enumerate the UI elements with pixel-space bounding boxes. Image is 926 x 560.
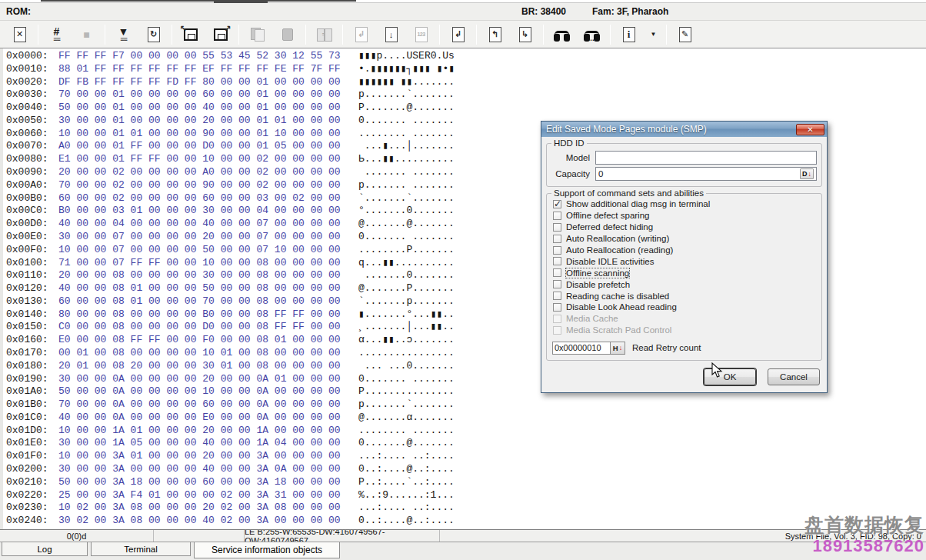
hex-row[interactable]: 0x00B0:60 00 00 02 00 00 00 00 60 00 00 … <box>6 192 478 205</box>
hex-row[interactable]: 0x0120:40 00 00 08 01 00 00 00 50 00 00 … <box>6 282 478 295</box>
checkbox-icon[interactable] <box>553 200 561 208</box>
checkbox-icon[interactable] <box>553 212 561 220</box>
tab-service-information-objects[interactable]: Service information objects <box>194 542 340 558</box>
checkbox-icon[interactable] <box>553 292 561 300</box>
hex-row[interactable]: 0x0080:E1 00 00 01 FF FF 00 00 10 00 00 … <box>6 153 478 166</box>
hex-row[interactable]: 0x0240:30 02 00 3A 08 00 00 00 40 02 00 … <box>6 515 478 528</box>
hex-row[interactable]: 0x0140:80 00 00 08 00 00 00 00 B0 00 00 … <box>6 308 478 322</box>
read-from-drive-icon[interactable]: ↖ <box>180 24 201 45</box>
tab-terminal[interactable]: Terminal <box>91 542 191 556</box>
checkbox-icon[interactable] <box>553 235 561 243</box>
smp-dialog-titlebar[interactable]: Edit Saved Mode Pages module (SMP) ✕ <box>541 122 827 137</box>
hex-ascii: ... ...0....... <box>358 360 455 373</box>
checkbox-icon[interactable] <box>553 246 561 255</box>
hex-ascii: α...▮▮..ɔ....... <box>358 334 455 347</box>
hex-row[interactable]: 0x01C0:40 00 00 0A 00 00 00 00 E0 00 00 … <box>6 412 478 425</box>
toolbar-separator <box>305 25 306 45</box>
checkbox-offline-defect-sparing[interactable]: Offline defect sparing <box>551 210 817 222</box>
hex-row[interactable]: 0x0170:00 01 00 08 00 00 00 00 10 01 00 … <box>6 347 478 360</box>
hex-row[interactable]: 0x0130:60 00 00 08 01 00 00 00 70 00 00 … <box>6 295 478 308</box>
hex-row[interactable]: 0x0190:30 00 00 0A 00 00 00 00 20 00 00 … <box>6 373 478 386</box>
hex-row[interactable]: 0x0090:20 00 00 02 00 00 00 00 A0 00 00 … <box>6 166 478 179</box>
hex-row[interactable]: 0x01D0:10 00 00 1A 01 00 00 00 20 00 00 … <box>6 425 478 438</box>
checkbox-reading-cache-is-disabled[interactable]: Reading cache is disabled <box>551 290 817 302</box>
hex-row[interactable]: 0x01B0:70 00 00 0A 00 00 00 00 60 00 00 … <box>6 398 478 412</box>
toolbar-separator <box>543 25 544 45</box>
hex-ascii: p....... ....... <box>358 179 455 192</box>
checkbox-disable-idle-activities[interactable]: Disable IDLE activities <box>551 255 817 267</box>
find-icon[interactable] <box>551 24 572 45</box>
prev-object-icon[interactable]: ↰ <box>485 24 505 45</box>
checkbox-offline-scanning[interactable]: Offline scanning <box>551 267 817 278</box>
hex-address: 0x0060: <box>6 128 58 141</box>
checkbox-auto-reallocation-reading[interactable]: Auto Reallocation (reading) <box>551 245 817 256</box>
hex-row[interactable]: 0x0180:20 01 00 08 20 00 00 00 30 01 00 … <box>6 360 478 373</box>
hex-row[interactable]: 0x0060:10 00 00 01 01 00 00 00 90 00 00 … <box>6 128 478 141</box>
filter-icon[interactable]: ▼≡≡ <box>113 24 134 45</box>
hex-row[interactable]: 0x0020:DF FB FF FF FF FF FD FF 80 00 00 … <box>6 76 478 89</box>
hex-row[interactable]: 0x0210:50 00 00 3A 18 00 00 00 60 00 00 … <box>6 476 478 489</box>
checkbox-auto-reallocation-writing[interactable]: Auto Reallocation (writing) <box>551 233 817 245</box>
hex-row[interactable]: 0x0100:71 00 00 07 FF FF 00 00 10 00 00 … <box>6 257 478 270</box>
hex-row[interactable]: 0x0150:C0 00 00 08 00 00 00 00 D0 00 00 … <box>6 321 478 334</box>
hex-row[interactable]: 0x00F0:10 00 00 07 00 00 00 00 50 00 00 … <box>6 244 478 257</box>
hex-dump-view[interactable]: 0x0000:FF FF FF F7 00 00 00 00 55 53 45 … <box>0 48 478 529</box>
compare-icon: = <box>314 24 335 45</box>
info-scroll-icon[interactable]: i <box>618 24 639 45</box>
hex-row[interactable]: 0x0110:20 00 00 08 00 00 00 00 30 00 00 … <box>6 269 478 282</box>
hex-bytes: E0 00 00 08 FF FF 00 00 F0 00 00 08 01 0… <box>58 334 358 347</box>
hex-row[interactable]: 0x01A0:50 00 00 0A 00 00 00 00 10 00 00 … <box>6 385 478 398</box>
tab-log[interactable]: Log <box>2 542 88 556</box>
checkbox-deferred-defect-hiding[interactable]: Deferred defect hiding <box>551 222 817 233</box>
send-object-icon[interactable]: ↲ <box>448 24 468 45</box>
write-to-drive-icon[interactable]: ↗ <box>210 24 231 45</box>
next-object-icon[interactable]: ↳ <box>515 24 535 45</box>
read-retry-hex-button[interactable]: H↓ <box>611 342 625 355</box>
hex-row[interactable]: 0x0000:FF FF FF F7 00 00 00 00 55 53 45 … <box>6 50 478 63</box>
find-next-icon[interactable]: … <box>581 24 602 45</box>
hex-row[interactable]: 0x01F0:10 00 00 3A 01 00 00 00 20 00 00 … <box>6 450 478 463</box>
hex-row[interactable]: 0x0010:88 01 FF FF FF FF FF FF EF FF FF … <box>6 63 478 76</box>
export-icon: ↲ <box>351 24 371 45</box>
hex-row[interactable]: 0x01E0:30 00 00 1A 05 00 00 00 40 00 00 … <box>6 437 478 450</box>
hex-row[interactable]: 0x00A0:70 00 00 02 00 00 00 00 90 00 00 … <box>6 179 478 192</box>
capacity-dec-button[interactable]: D↓ <box>800 168 814 179</box>
hex-row[interactable]: 0x0040:50 00 00 01 00 00 00 00 40 00 00 … <box>6 102 478 115</box>
checkbox-disable-prefetch[interactable]: Disable prefetch <box>551 278 817 290</box>
hex-row[interactable]: 0x0160:E0 00 00 08 FF FF 00 00 F0 00 00 … <box>6 334 478 347</box>
hex-row[interactable]: 0x00E0:30 00 00 07 00 00 00 00 20 00 00 … <box>6 231 478 244</box>
hex-bytes: 70 00 00 01 00 00 00 00 60 00 00 01 00 0… <box>58 88 358 102</box>
checkbox-icon[interactable] <box>553 223 561 232</box>
edit-report-icon[interactable]: ✎ <box>675 24 695 45</box>
checkbox-disable-look-ahead-reading[interactable]: Disable Look Ahead reading <box>551 302 817 313</box>
checkbox-icon[interactable] <box>553 268 561 277</box>
hdd-id-legend: HDD ID <box>551 138 587 148</box>
clear-rom-icon[interactable]: ✕ <box>9 24 30 45</box>
hex-row[interactable]: 0x00C0:B0 00 00 03 01 00 00 00 30 00 00 … <box>6 205 478 218</box>
checkbox-icon[interactable] <box>553 280 561 288</box>
hex-ascii: 0..:....@..:.... <box>358 515 455 528</box>
checkbox-icon[interactable] <box>553 257 561 265</box>
cancel-button[interactable]: Cancel <box>768 368 820 385</box>
close-icon[interactable]: ✕ <box>796 124 824 135</box>
checkbox-label: Disable IDLE activities <box>566 257 654 266</box>
hex-row[interactable]: 0x0200:30 00 00 3A 00 00 00 00 40 00 00 … <box>6 463 478 476</box>
hex-row[interactable]: 0x0050:30 00 00 01 00 00 00 00 20 00 00 … <box>6 115 478 128</box>
toolbar-separator <box>666 25 667 45</box>
checkbox-icon[interactable] <box>553 303 561 312</box>
model-input[interactable] <box>595 151 817 165</box>
hex-row[interactable]: 0x0070:A0 00 00 01 FF 00 00 00 D0 00 00 … <box>6 140 478 153</box>
read-retry-input[interactable]: 0x00000010 <box>552 342 611 355</box>
hex-row[interactable]: 0x00D0:40 00 00 04 00 00 00 00 40 00 00 … <box>6 218 478 231</box>
hex-row[interactable]: 0x0230:10 02 00 3A 08 00 00 00 20 02 00 … <box>6 502 478 515</box>
hex-bytes: 50 00 00 01 00 00 00 00 40 00 00 01 00 0… <box>58 102 358 115</box>
info-dropdown-caret-icon[interactable]: ▼ <box>648 24 658 45</box>
checkbox-show-additional-diag-msg-in-terminal[interactable]: Show additional diag msg in terminal <box>551 198 817 210</box>
hex-bytes: 40 00 00 0A 00 00 00 00 E0 00 00 0A 00 0… <box>58 412 358 425</box>
hex-row[interactable]: 0x0030:70 00 00 01 00 00 00 00 60 00 00 … <box>6 88 478 102</box>
save-object-icon[interactable]: ↓ <box>381 24 401 45</box>
edit-values-icon[interactable]: #≡≡ <box>46 24 67 45</box>
capacity-input[interactable]: 0 D↓ <box>595 167 817 181</box>
refresh-object-icon[interactable]: ↻ <box>143 24 164 45</box>
hex-row[interactable]: 0x0220:25 00 00 3A F4 01 00 00 00 02 00 … <box>6 489 478 502</box>
